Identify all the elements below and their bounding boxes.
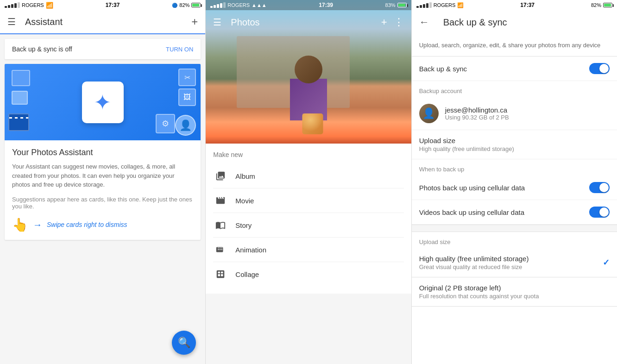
album-label: Album [235,172,255,180]
battery-pct-3: 82% [591,2,601,8]
battery-pct-2: 83% [385,2,396,8]
intro-text: Upload, search, organize, edit, & share … [419,42,601,49]
upload-size-info: Upload size High quality (free unlimited… [419,137,514,152]
backup-sync-row: Back up & sync [412,56,617,81]
photos-cellular-toggle[interactable] [589,182,610,193]
animation-icon [213,242,228,257]
upload-size-section-label: Upload size [412,232,617,248]
toggle-thumb-2 [599,183,609,192]
section-divider [412,225,617,232]
make-new-label: Make new [213,151,403,158]
list-item-story[interactable]: Story [213,213,403,238]
battery-icon-2 [397,3,407,7]
movie-label: Movie [235,197,254,205]
backup-sync-panel: ROGERS 📶 17:37 82% ← Back up & sync Uplo… [412,0,617,364]
videos-cellular-label: Videos back up using cellular data [419,208,524,216]
card-body: Your Photos Assistant Your Assistant can… [5,140,201,240]
signal-icon-3 [416,2,432,8]
star-icon: ✦ [94,90,112,115]
status-left-1: ROGERS 📶 [5,2,53,9]
search-icon: 🔍 [178,337,190,349]
photo-frame-icon: 🖼 [178,88,196,106]
photo-thumb-2 [12,91,28,105]
assistant-star-card: ✦ [82,82,124,123]
status-left-2: ROGERS ▲▲▲ [210,2,266,8]
scissors-icon: ✂ [178,69,196,86]
videos-cellular-toggle[interactable] [589,207,610,218]
status-right-2: 83% [385,2,407,8]
hamburger-icon[interactable]: ☰ [7,16,16,27]
time-2: 17:39 [319,2,333,8]
search-fab[interactable]: 🔍 [172,331,196,355]
clapboard-icon [8,113,29,131]
list-item-album[interactable]: Album [213,164,403,188]
backup-sync-label: Back up & sync [419,65,467,73]
photo-thumbs [10,69,31,106]
assistant-panel: ROGERS 📶 17:37 🔵 82% ☰ Assistant + Back … [0,0,206,364]
wifi-icon-1: 📶 [46,2,53,9]
collage-label: Collage [235,270,259,278]
photos-title: Photos [231,17,381,28]
time-1: 17:37 [106,2,120,8]
status-left-3: ROGERS 📶 [416,2,464,8]
girl-figure [281,51,336,144]
signal-icon-2 [210,2,226,8]
original-label: Original (2 PB storage left) [419,284,539,292]
list-item-collage[interactable]: Collage [213,262,403,286]
avatar-icon: 👤 [422,107,435,119]
hand-icon: 👆 [12,217,28,232]
girl-head [295,56,322,83]
status-right-1: 🔵 82% [172,2,201,8]
add-icon[interactable]: + [191,15,198,28]
battery-icon-1 [191,3,201,7]
original-option[interactable]: Original (2 PB storage left) Full resolu… [412,277,617,307]
right-icon-group: ✂ 🖼 [178,69,196,106]
status-bar-3: ROGERS 📶 17:37 82% [412,0,617,10]
backup-notification: Back up & sync is off TURN ON [5,39,201,59]
back-button[interactable]: ← [419,16,429,28]
list-item-animation[interactable]: Animation [213,238,403,262]
story-label: Story [235,221,252,229]
bluetooth-icon-1: 🔵 [172,3,177,8]
battery-icon-3 [603,3,612,7]
backup-account-label: Backup account [419,88,462,94]
avatar: 👤 [419,104,439,123]
high-quality-option[interactable]: High quality (free unlimited storage) Gr… [412,248,617,277]
toggle-thumb-3 [599,207,609,217]
wifi-icon-2: ▲▲▲ [252,2,267,8]
arrow-icon: → [33,220,42,230]
photos-more-icon[interactable]: ⋮ [394,16,404,28]
assistant-header: ☰ Assistant + [0,10,205,34]
status-right-3: 82% [591,2,612,8]
upload-size-value: High quality (free unlimited storage) [419,145,514,152]
when-backup-label: When to back up [419,166,465,173]
time-3: 17:37 [520,2,535,8]
portrait-icon: 👤 [175,115,196,136]
photos-header: ☰ Photos + ⋮ [206,10,411,34]
photos-add-icon[interactable]: + [381,16,387,28]
account-row[interactable]: 👤 jesse@hollington.ca Using 90.32 GB of … [412,97,617,130]
card-image: ✦ ✂ 🖼 ⚙ 👤 [5,64,201,140]
toggle-thumb-1 [599,64,609,73]
photo-thumb-1 [12,70,30,86]
photos-cellular-row: Photos back up using cellular data [412,176,617,200]
assistant-card: ✦ ✂ 🖼 ⚙ 👤 Your Photos Assistant Your Ass… [5,64,201,240]
list-item-movie[interactable]: Movie [213,188,403,213]
upload-size-label: Upload size [419,137,514,144]
swipe-hint: 👆 → Swipe cards right to dismiss [12,217,193,232]
when-to-backup-section: When to back up [412,159,617,176]
upload-size-section-text: Upload size [419,238,451,245]
status-bar-2: ROGERS ▲▲▲ 17:39 83% [206,0,411,10]
account-info: jesse@hollington.ca Using 90.32 GB of 2 … [445,106,509,121]
backup-sync-toggle[interactable] [589,63,610,74]
high-quality-sub: Great visual quality at reduced file siz… [419,264,529,270]
carrier-1: ROGERS [22,2,44,8]
turn-on-button[interactable]: TURN ON [166,46,193,53]
backup-msg: Back up & sync is off [12,45,72,53]
carrier-3: ROGERS [434,2,456,8]
swipe-text: Swipe cards right to dismiss [47,221,127,228]
high-quality-checkmark: ✓ [603,257,610,268]
card-title: Your Photos Assistant [12,148,193,157]
photos-hamburger-icon[interactable]: ☰ [213,17,221,28]
collage-icon [213,267,228,282]
